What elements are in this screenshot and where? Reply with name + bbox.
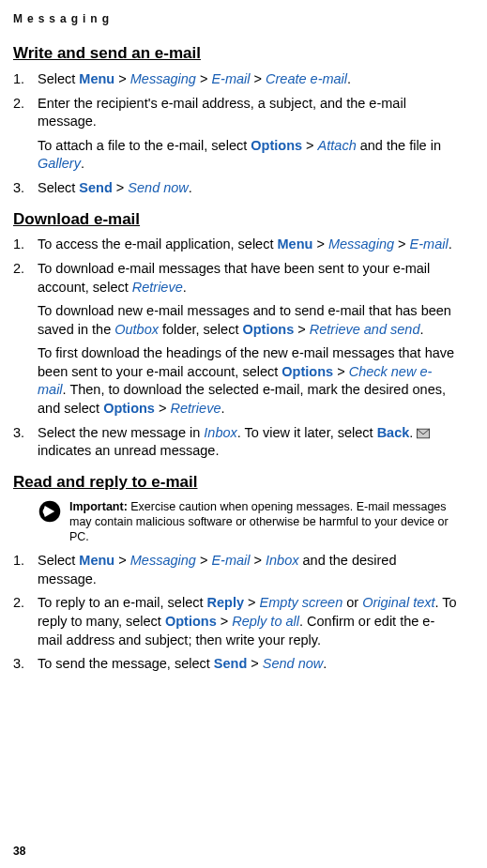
page-header: Messaging xyxy=(13,11,457,26)
step-text: Select Menu > Messaging > E-mail > Inbox… xyxy=(38,553,397,586)
important-note: Important: Exercise caution when opening… xyxy=(13,499,457,545)
steps-list: 1.Select Menu > Messaging > E-mail > Cre… xyxy=(13,70,457,197)
ui-term: Inbox xyxy=(204,425,236,440)
ui-term: Retrieve and send xyxy=(310,322,420,337)
ui-term: Send xyxy=(214,656,247,671)
ui-term: Original text xyxy=(362,595,434,610)
list-item: 2.To download e-mail messages that have … xyxy=(13,260,457,419)
ui-term: Create e-mail xyxy=(266,71,347,86)
important-text: Important: Exercise caution when opening… xyxy=(69,499,457,545)
step-number: 1. xyxy=(13,552,24,571)
ui-term: Retrieve xyxy=(170,401,221,416)
section-title: Read and reply to e-mail xyxy=(13,472,457,494)
ui-term: Send now xyxy=(128,180,189,195)
list-item: 3.Select the new message in Inbox. To vi… xyxy=(13,424,457,461)
ui-term: Attach xyxy=(318,138,357,153)
important-icon xyxy=(38,499,62,524)
mail-icon xyxy=(417,428,430,439)
ui-term: Messaging xyxy=(130,553,196,568)
step-number: 3. xyxy=(13,424,24,443)
step-number: 3. xyxy=(13,179,24,198)
steps-list: 1.To access the e-mail application, sele… xyxy=(13,236,457,460)
ui-term: Options xyxy=(165,614,217,629)
list-item: 1.Select Menu > Messaging > E-mail > Cre… xyxy=(13,70,457,89)
step-text: To send the message, select Send > Send … xyxy=(38,656,327,671)
ui-term: Send now xyxy=(263,656,324,671)
ui-term: Options xyxy=(242,322,294,337)
ui-term: Empty screen xyxy=(260,595,343,610)
ui-term: Reply xyxy=(207,595,245,610)
step-subtext: To download new e-mail messages and to s… xyxy=(38,302,457,339)
ui-term: Options xyxy=(282,364,333,379)
ui-term: Options xyxy=(103,401,155,416)
ui-term: Messaging xyxy=(130,71,196,86)
list-item: 3.Select Send > Send now. xyxy=(13,179,457,198)
ui-term: Back xyxy=(377,425,410,440)
list-item: 1.Select Menu > Messaging > E-mail > Inb… xyxy=(13,552,457,588)
step-subtext: To first download the headings of the ne… xyxy=(38,344,457,418)
ui-term: Options xyxy=(251,138,302,153)
step-text: To access the e-mail application, select… xyxy=(38,236,452,251)
step-text: Select Menu > Messaging > E-mail > Creat… xyxy=(38,71,351,86)
section-title: Write and send an e-mail xyxy=(13,43,457,65)
step-number: 3. xyxy=(13,655,24,674)
step-number: 2. xyxy=(13,260,24,279)
steps-list: 1.Select Menu > Messaging > E-mail > Inb… xyxy=(13,552,457,673)
step-subtext: To attach a file to the e-mail, select O… xyxy=(38,137,457,174)
list-item: 1.To access the e-mail application, sele… xyxy=(13,236,457,254)
section-title: Download e-mail xyxy=(13,209,457,231)
ui-term: Menu xyxy=(278,236,313,251)
svg-point-2 xyxy=(43,509,49,514)
ui-term: Menu xyxy=(79,553,114,568)
step-text: Enter the recipient's e-mail address, a … xyxy=(38,96,406,129)
step-number: 1. xyxy=(13,70,24,89)
step-text: To reply to an e-mail, select Reply > Em… xyxy=(38,595,457,647)
page-content: Write and send an e-mail1.Select Menu > … xyxy=(13,43,457,674)
list-item: 3.To send the message, select Send > Sen… xyxy=(13,655,457,674)
ui-term: Retrieve xyxy=(132,280,183,295)
ui-term: E-mail xyxy=(211,71,250,86)
ui-term: Menu xyxy=(79,71,114,86)
step-number: 2. xyxy=(13,95,24,114)
step-number: 1. xyxy=(13,236,24,254)
list-item: 2.Enter the recipient's e-mail address, … xyxy=(13,95,457,174)
step-text: To download e-mail messages that have be… xyxy=(38,261,430,295)
step-text: Select the new message in Inbox. To view… xyxy=(38,425,430,459)
page-number: 38 xyxy=(13,844,25,859)
ui-term: Messaging xyxy=(328,236,394,251)
ui-term: Send xyxy=(79,180,112,195)
ui-term: E-mail xyxy=(211,553,250,568)
ui-term: Outbox xyxy=(114,322,159,337)
list-item: 2.To reply to an e-mail, select Reply > … xyxy=(13,594,457,649)
ui-term: Inbox xyxy=(266,553,298,568)
step-text: Select Send > Send now. xyxy=(38,180,192,195)
ui-term: Reply to all xyxy=(232,614,299,629)
ui-term: Gallery xyxy=(38,156,81,171)
ui-term: E-mail xyxy=(410,236,449,251)
step-number: 2. xyxy=(13,594,24,613)
